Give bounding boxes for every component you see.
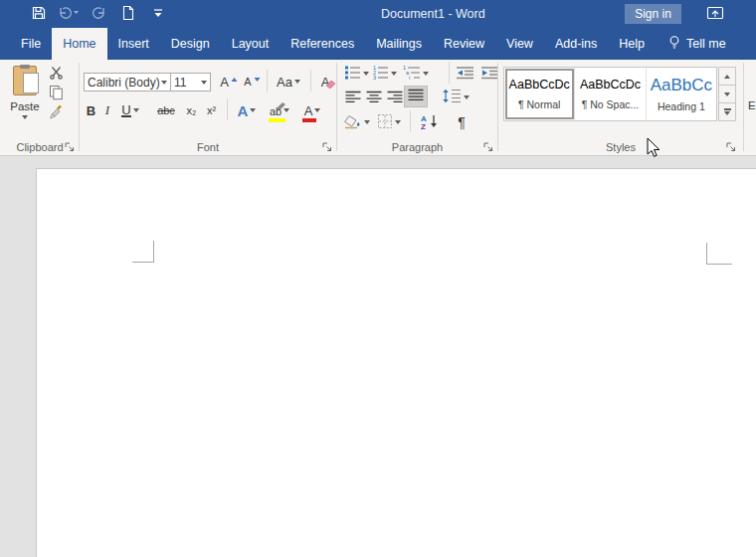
- superscript-button[interactable]: x²: [203, 99, 220, 121]
- align-left-icon: [345, 91, 361, 106]
- decrease-indent-button[interactable]: [455, 63, 475, 85]
- copy-button[interactable]: [49, 85, 75, 102]
- tab-insert[interactable]: Insert: [107, 28, 160, 60]
- tab-view[interactable]: View: [495, 28, 544, 60]
- tab-addins[interactable]: Add-ins: [544, 28, 608, 60]
- style-card-heading1[interactable]: AaBbCc Heading 1: [647, 68, 716, 120]
- borders-button[interactable]: [374, 111, 404, 133]
- strikethrough-button[interactable]: abc: [153, 99, 179, 121]
- paragraph-divider: [410, 110, 411, 132]
- paragraph-dialog-launcher[interactable]: [482, 140, 494, 152]
- italic-button[interactable]: I: [101, 99, 113, 121]
- highlight-button[interactable]: ab: [265, 99, 294, 121]
- align-left-button[interactable]: [344, 88, 361, 109]
- font-color-button[interactable]: A: [298, 99, 326, 121]
- margin-corner-mark-left: [132, 241, 154, 263]
- grow-font-button[interactable]: A: [219, 71, 239, 93]
- align-right-icon: [387, 91, 403, 106]
- numbering-button[interactable]: 1 2 3: [370, 63, 398, 85]
- undo-button[interactable]: [54, 2, 84, 26]
- styles-scroll-down-button[interactable]: [718, 85, 736, 103]
- font-divider: [310, 70, 311, 92]
- cut-button[interactable]: [49, 65, 75, 83]
- align-center-button[interactable]: [365, 88, 382, 109]
- svg-text:Z: Z: [421, 121, 426, 129]
- style-sample: AaBbCc: [651, 76, 712, 95]
- style-card-no-spacing[interactable]: AaBbCcDc ¶ No Spac...: [575, 68, 646, 120]
- line-spacing-button[interactable]: [441, 87, 471, 108]
- bullets-button[interactable]: [342, 63, 370, 85]
- tab-mailings[interactable]: Mailings: [365, 28, 433, 60]
- styles-dialog-launcher[interactable]: [725, 140, 737, 152]
- redo-button[interactable]: [84, 2, 113, 26]
- document-page[interactable]: [36, 168, 756, 557]
- style-card-normal[interactable]: AaBbCcDc ¶ Normal: [504, 68, 575, 120]
- tab-references[interactable]: References: [280, 28, 365, 60]
- subscript-button[interactable]: x₂: [183, 99, 200, 121]
- new-document-button[interactable]: [113, 2, 143, 26]
- line-spacing-icon: [442, 89, 462, 106]
- text-effects-caret: [250, 108, 256, 112]
- title-bar: Document1 - Word Sign in: [0, 0, 756, 28]
- save-button[interactable]: [24, 2, 54, 26]
- styles-group: AaBbCcDc ¶ Normal AaBbCcDc ¶ No Spac... …: [498, 60, 743, 155]
- paste-button[interactable]: Paste: [3, 62, 47, 139]
- styles-more-button[interactable]: [718, 102, 736, 121]
- sign-in-button[interactable]: Sign in: [625, 4, 681, 24]
- ribbon-display-options-button[interactable]: [704, 5, 726, 23]
- ribbon-tab-bar: File Home Insert Design Layout Reference…: [0, 28, 756, 60]
- tell-me-box[interactable]: Tell me: [656, 28, 726, 60]
- tab-layout[interactable]: Layout: [221, 28, 281, 60]
- grow-font-arrow-icon: [231, 71, 238, 86]
- shrink-font-button[interactable]: A: [243, 71, 262, 93]
- styles-group-label: Styles: [498, 141, 743, 153]
- style-name: ¶ Normal: [518, 98, 560, 110]
- word-window: Document1 - Word Sign in File Home Inser…: [0, 0, 756, 557]
- ribbon-display-options-icon: [706, 5, 724, 24]
- tab-design[interactable]: Design: [160, 28, 221, 60]
- style-name: ¶ No Spac...: [582, 98, 640, 110]
- shading-button[interactable]: [341, 111, 371, 133]
- paste-clipboard-icon: [13, 66, 37, 95]
- editing-group-button[interactable]: Editing: [748, 99, 756, 111]
- change-case-button[interactable]: Aa: [273, 71, 304, 93]
- tab-help[interactable]: Help: [608, 28, 656, 60]
- borders-caret: [395, 120, 401, 124]
- font-dialog-launcher[interactable]: [321, 140, 333, 152]
- multilevel-list-button[interactable]: 1 a i: [400, 63, 430, 85]
- clipboard-dialog-launcher[interactable]: [64, 140, 76, 152]
- justify-button[interactable]: [404, 86, 428, 107]
- ribbon: Paste: [0, 60, 756, 156]
- clear-formatting-button[interactable]: A: [314, 71, 336, 93]
- borders-icon: [377, 113, 393, 132]
- bold-button[interactable]: B: [84, 99, 98, 121]
- sort-button[interactable]: A Z: [417, 111, 443, 133]
- tab-review[interactable]: Review: [433, 28, 495, 60]
- decrease-indent-icon: [456, 66, 474, 83]
- text-effects-button[interactable]: A: [233, 99, 261, 121]
- tell-me-label: Tell me: [686, 37, 726, 51]
- align-center-icon: [366, 91, 382, 106]
- clear-formatting-icon: A: [321, 75, 330, 90]
- up-caret-icon: [724, 75, 730, 79]
- underline-button[interactable]: U: [117, 99, 143, 121]
- font-family-combo[interactable]: Calibri (Body): [84, 73, 171, 92]
- font-family-value: Calibri (Body): [88, 76, 161, 90]
- text-effects-icon: A: [238, 102, 249, 119]
- font-size-combo[interactable]: 11: [170, 73, 211, 92]
- bullets-icon: [344, 65, 361, 83]
- align-right-button[interactable]: [386, 88, 403, 109]
- show-hide-pilcrow-button[interactable]: ¶: [452, 111, 472, 133]
- tab-file[interactable]: File: [10, 28, 52, 60]
- styles-scroll-up-button[interactable]: [718, 67, 736, 86]
- font-color-caret: [314, 108, 320, 112]
- format-painter-button[interactable]: [49, 104, 75, 122]
- editing-group: Editing: [744, 60, 756, 155]
- tab-home[interactable]: Home: [52, 28, 106, 60]
- format-painter-icon: [49, 104, 65, 123]
- underline-caret: [133, 108, 139, 112]
- customize-qat-button[interactable]: [143, 2, 173, 26]
- highlight-caret: [284, 108, 289, 112]
- scissors-icon: [49, 66, 64, 83]
- style-sample: AaBbCcDc: [580, 78, 641, 92]
